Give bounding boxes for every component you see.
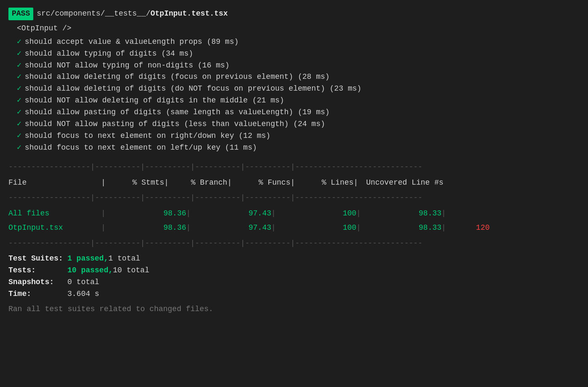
test-item: ✓should focus to next element on left/up… [17,142,580,154]
test-label: should NOT allow deleting of digits in t… [25,95,284,107]
sep-c: | [271,221,306,235]
test-label: should NOT allow typing of non-digits (1… [25,60,230,72]
coverage-funcs: 100 [306,221,356,235]
tests-label: Tests: [8,265,67,277]
test-item: ✓should allow deleting of digits (do NOT… [17,83,580,95]
col-stmts-header: % Stmts [114,176,164,190]
col-file-header: File [8,176,101,190]
sep-b: | [186,221,221,235]
checkmark-icon: ✓ [17,83,21,95]
sep-b: | [186,207,221,221]
time-value: 3.604 s [67,288,99,300]
test-label: should allow pasting of digits (same len… [25,107,330,118]
pass-badge: PASS [8,8,33,20]
test-label: should focus to next element on right/do… [25,130,270,142]
coverage-uncovered: 120 [476,221,580,235]
coverage-branch: 97.43 [221,207,271,221]
col-lines-header: % Lines [303,176,353,190]
checkmark-icon: ✓ [17,60,21,72]
snapshots-label: Snapshots: [8,277,67,288]
sep-d: | [356,221,391,235]
coverage-stmts: 98.36 [136,221,186,235]
checkmark-icon: ✓ [17,107,21,118]
test-item: ✓should NOT allow typing of non-digits (… [17,60,580,72]
summary-snapshots: Snapshots: 0 total [8,277,580,288]
coverage-file: OtpInput.tsx [8,221,101,235]
component-name: <OtpInput /> [17,23,580,35]
divider-top: ------------------|----------|----------… [8,161,580,173]
sep2: | [164,176,177,190]
summary-tests: Tests: 10 passed, 10 total [8,265,580,277]
coverage-section: ------------------|----------|----------… [8,161,580,250]
tests-highlight: 10 passed, [67,265,113,277]
col-uncovered-header: Uncovered Line #s [366,176,580,190]
test-item: ✓should NOT allow deleting of digits in … [17,95,580,107]
test-label: should NOT allow pasting of digits (less… [25,118,325,130]
snapshots-value: 0 total [67,277,99,288]
checkmark-icon: ✓ [17,95,21,107]
coverage-uncovered [476,207,580,221]
checkmark-icon: ✓ [17,142,21,154]
checkmark-icon: ✓ [17,130,21,142]
footer-note: Ran all test suites related to changed f… [8,304,580,315]
checkmark-icon: ✓ [17,71,21,83]
test-item: ✓should NOT allow pasting of digits (les… [17,118,580,130]
test-label: should focus to next element on left/up … [25,142,257,154]
suites-rest: 1 total [108,253,140,265]
coverage-lines: 98.33 [391,221,441,235]
summary-suites: Test Suites: 1 passed, 1 total [8,253,580,265]
summary-time: Time: 3.604 s [8,288,580,300]
sep-c: | [271,207,306,221]
checkmark-icon: ✓ [17,118,21,130]
coverage-row: OtpInput.tsx | 98.36 | 97.43 | 100 | 98.… [8,221,580,235]
sep-d: | [356,207,391,221]
test-item: ✓should allow deleting of digits (focus … [17,71,580,83]
divider-mid: ------------------|----------|----------… [8,192,580,204]
test-item: ✓should allow typing of digits (34 ms) [17,48,580,60]
checkmark-icon: ✓ [17,48,21,60]
tests-rest: 10 total [113,265,149,277]
col-funcs-header: % Funcs [240,176,290,190]
test-item: ✓should allow pasting of digits (same le… [17,107,580,118]
test-label: should allow typing of digits (34 ms) [25,48,193,60]
divider-bot: ------------------|----------|----------… [8,238,580,250]
coverage-data-table: All files | 98.36 | 97.43 | 100 | 98.33 … [8,207,580,235]
test-item: ✓should accept value & valueLength props… [17,36,580,48]
test-list: ✓should accept value & valueLength props… [17,36,580,154]
coverage-table: File | % Stmts | % Branch | % Funcs | % … [8,176,580,190]
suites-highlight: 1 passed, [67,253,108,265]
header-line: PASSsrc/components/__tests__/OtpInput.te… [8,8,580,20]
col-branch-header: % Branch [177,176,227,190]
sep1: | [101,176,114,190]
checkmark-icon: ✓ [17,36,21,48]
test-label: should accept value & valueLength props … [25,36,239,48]
filepath: src/components/__tests__/ [37,9,150,18]
test-item: ✓should focus to next element on right/d… [17,130,580,142]
filename: OtpInput.test.tsx [150,9,228,18]
test-label: should allow deleting of digits (do NOT … [25,83,361,95]
sep4: | [290,176,303,190]
time-label: Time: [8,288,67,300]
sep-a: | [101,207,136,221]
coverage-branch: 97.43 [221,221,271,235]
coverage-lines: 98.33 [391,207,441,221]
sep-a: | [101,221,136,235]
coverage-funcs: 100 [306,207,356,221]
test-label: should allow deleting of digits (focus o… [25,71,330,83]
sep5: | [353,176,366,190]
sep-e: | [441,221,476,235]
coverage-row: All files | 98.36 | 97.43 | 100 | 98.33 … [8,207,580,221]
coverage-stmts: 98.36 [136,207,186,221]
sep3: | [227,176,240,190]
coverage-file: All files [8,207,101,221]
summary-section: Test Suites: 1 passed, 1 total Tests: 10… [8,253,580,315]
coverage-header-row: File | % Stmts | % Branch | % Funcs | % … [8,176,580,190]
suites-label: Test Suites: [8,253,67,265]
sep-e: | [441,207,476,221]
